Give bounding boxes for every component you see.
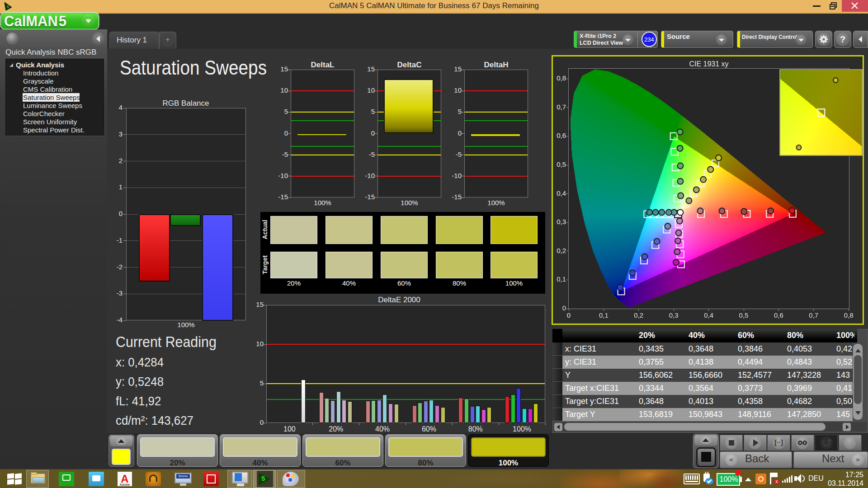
svg-text:5: 5 <box>7 5 9 9</box>
